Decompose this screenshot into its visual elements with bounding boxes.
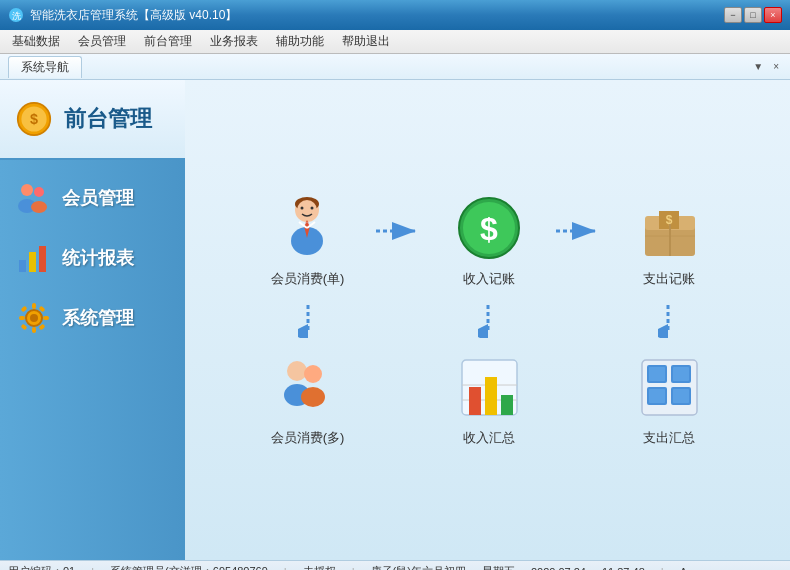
flow-item-expense-ledger[interactable]: $ 支出记账: [634, 194, 704, 288]
member-single-label: 会员消费(单): [271, 270, 345, 288]
arrow-right-2: [554, 221, 604, 241]
flow-arrows-row: [225, 303, 750, 338]
member-multi-label: 会员消费(多): [271, 429, 345, 447]
sidebar-item-stats-label: 统计报表: [62, 246, 134, 270]
svg-point-51: [287, 361, 307, 381]
member-multi-icon: [272, 353, 342, 423]
flow-diagram: 会员消费(单): [225, 194, 750, 447]
arrow-down-2: [453, 303, 523, 338]
title-bar-left: 洗 智能洗衣店管理系统【高级版 v40.10】: [8, 7, 237, 24]
status-user-code: 用户编码：01: [8, 564, 75, 570]
svg-rect-16: [19, 316, 25, 320]
flow-item-member-single[interactable]: 会员消费(单): [271, 194, 345, 288]
minimize-button[interactable]: −: [724, 7, 742, 23]
menu-report[interactable]: 业务报表: [202, 31, 266, 52]
svg-rect-58: [469, 387, 481, 415]
status-manager: 系统管理员(交溢理：695480769: [110, 564, 268, 570]
svg-rect-9: [19, 260, 26, 272]
svg-point-13: [30, 314, 38, 322]
flow-bottom-row: 会员消费(多): [225, 353, 750, 447]
income-summary-icon: [454, 353, 524, 423]
income-summary-label: 收入汇总: [463, 429, 515, 447]
svg-point-24: [297, 200, 317, 220]
status-iso-date: 2020.07.24: [531, 566, 586, 571]
member-icon: [16, 180, 52, 216]
menu-member[interactable]: 会员管理: [70, 31, 134, 52]
svg-rect-68: [649, 389, 665, 403]
status-time: 11:37:48: [602, 566, 645, 571]
flow-item-income-ledger[interactable]: $ 收入记账: [454, 194, 524, 288]
nav-tab-main[interactable]: 系统导航: [8, 56, 82, 78]
svg-rect-18: [20, 305, 27, 312]
svg-rect-69: [673, 389, 689, 403]
svg-point-7: [34, 187, 44, 197]
svg-text:$: $: [30, 111, 38, 127]
flow-item-income-summary[interactable]: 收入汇总: [454, 353, 524, 447]
main-area: $ 前台管理 会员管理: [0, 80, 790, 560]
sidebar-item-system-label: 系统管理: [62, 306, 134, 330]
nav-close-button[interactable]: ×: [770, 60, 782, 73]
status-bar: 用户编码：01 | 系统管理员(交溢理：695480769 | 未授权 | 庚子…: [0, 560, 790, 570]
flow-top-row: 会员消费(单): [225, 194, 750, 288]
svg-rect-14: [32, 303, 36, 309]
svg-rect-11: [39, 246, 46, 272]
coin-icon: $: [16, 101, 52, 137]
maximize-button[interactable]: □: [744, 7, 762, 23]
menu-help[interactable]: 帮助退出: [334, 31, 398, 52]
svg-text:洗: 洗: [12, 11, 21, 21]
arrow-right-1: [374, 221, 424, 241]
expense-summary-label: 支出汇总: [643, 429, 695, 447]
sidebar-item-member[interactable]: 会员管理: [0, 170, 185, 226]
svg-rect-15: [32, 327, 36, 333]
content-area: 会员消费(单): [185, 80, 790, 560]
title-bar: 洗 智能洗衣店管理系统【高级版 v40.10】 − □ ×: [0, 0, 790, 30]
svg-point-54: [301, 387, 325, 407]
close-button[interactable]: ×: [764, 7, 782, 23]
menu-bar: 基础数据 会员管理 前台管理 业务报表 辅助功能 帮助退出: [0, 30, 790, 54]
sidebar-item-stats[interactable]: 统计报表: [0, 230, 185, 286]
expense-ledger-icon: $: [634, 194, 704, 264]
status-date: 庚子(鼠)年六月初四: [371, 564, 466, 570]
svg-point-26: [311, 207, 314, 210]
svg-rect-17: [43, 316, 49, 320]
status-auth: 未授权: [303, 564, 336, 570]
sidebar-item-member-label: 会员管理: [62, 186, 134, 210]
expense-ledger-label: 支出记账: [643, 270, 695, 288]
app-icon: 洗: [8, 7, 24, 23]
svg-rect-67: [673, 367, 689, 381]
nav-dropdown-button[interactable]: ▼: [750, 60, 766, 73]
svg-point-8: [31, 201, 47, 213]
svg-point-5: [21, 184, 33, 196]
arrow-down-3: [633, 303, 703, 338]
expense-summary-icon: [634, 353, 704, 423]
income-ledger-label: 收入记账: [463, 270, 515, 288]
sidebar-header-label: 前台管理: [64, 104, 152, 134]
menu-basics[interactable]: 基础数据: [4, 31, 68, 52]
svg-text:$: $: [480, 211, 498, 247]
flow-item-member-multi[interactable]: 会员消费(多): [271, 353, 345, 447]
member-single-icon: [272, 194, 342, 264]
menu-front[interactable]: 前台管理: [136, 31, 200, 52]
svg-point-53: [304, 365, 322, 383]
arrow-down-1: [273, 303, 343, 338]
menu-tools[interactable]: 辅助功能: [268, 31, 332, 52]
title-text: 智能洗衣店管理系统【高级版 v40.10】: [30, 7, 237, 24]
status-db-type: Access: [680, 566, 715, 571]
system-icon: [16, 300, 52, 336]
title-bar-controls: − □ ×: [724, 7, 782, 23]
svg-point-25: [301, 207, 304, 210]
income-ledger-icon: $: [454, 194, 524, 264]
sidebar-item-system[interactable]: 系统管理: [0, 290, 185, 346]
nav-bar: 系统导航 ▼ ×: [0, 54, 790, 80]
stats-icon: [16, 240, 52, 276]
sidebar: $ 前台管理 会员管理: [0, 80, 185, 560]
svg-rect-66: [649, 367, 665, 381]
svg-rect-20: [20, 323, 27, 330]
svg-rect-60: [501, 395, 513, 415]
svg-rect-10: [29, 252, 36, 272]
flow-item-expense-summary[interactable]: 支出汇总: [634, 353, 704, 447]
status-weekday: 星期五: [482, 564, 515, 570]
sidebar-header: $ 前台管理: [0, 80, 185, 160]
sidebar-nav: 会员管理 统计报表: [0, 160, 185, 356]
nav-controls: ▼ ×: [750, 60, 782, 73]
